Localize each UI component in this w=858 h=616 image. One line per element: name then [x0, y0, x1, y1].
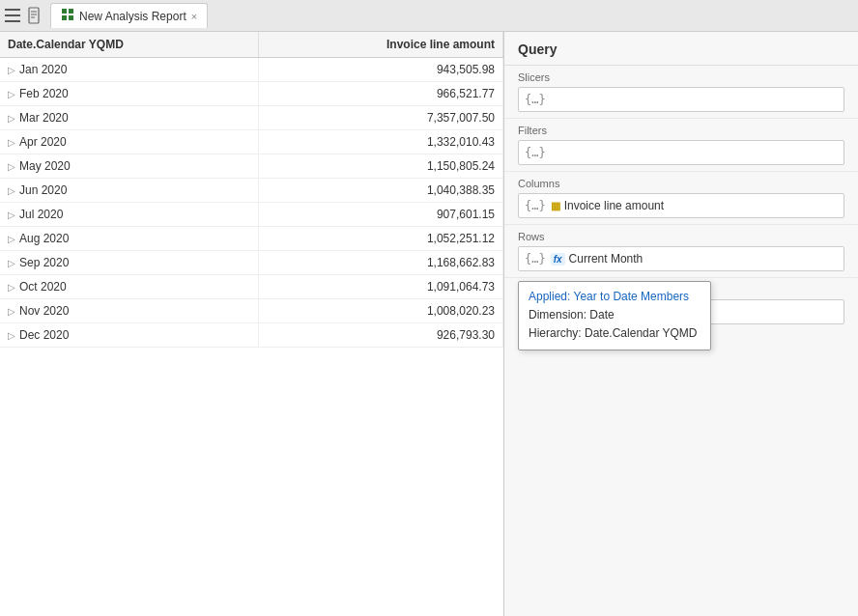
- expand-icon[interactable]: ▷: [8, 234, 15, 244]
- slicers-label: Slicers: [518, 71, 844, 83]
- fx-icon: fx: [551, 253, 565, 266]
- cell-date: ▷Aug 2020: [0, 227, 258, 251]
- columns-item: ▦ Invoice line amount: [551, 199, 664, 212]
- columns-item-label: Invoice line amount: [564, 199, 664, 212]
- table-row[interactable]: ▷Jul 2020907,601.15: [0, 203, 503, 227]
- rows-label: Rows: [518, 231, 844, 242]
- columns-bracket: {…}: [525, 199, 546, 212]
- rows-item: fx Current Month: [551, 252, 644, 266]
- svg-rect-2: [5, 20, 20, 22]
- table-row[interactable]: ▷Oct 20201,091,064.73: [0, 275, 503, 299]
- table-row[interactable]: ▷Mar 20207,357,007.50: [0, 106, 503, 130]
- expand-icon[interactable]: ▷: [8, 137, 15, 148]
- cell-date: ▷Dec 2020: [0, 323, 258, 348]
- cell-amount: 943,505.98: [258, 58, 502, 82]
- tooltip-popup: Applied: Year to Date Members Dimension:…: [518, 281, 711, 350]
- cell-date: ▷Jun 2020: [0, 179, 258, 203]
- table-row[interactable]: ▷Jan 2020943,505.98: [0, 58, 503, 82]
- rows-bracket: {…}: [525, 252, 546, 266]
- filters-section: Filters {…}: [504, 119, 858, 172]
- cell-amount: 1,150,805.24: [258, 154, 502, 179]
- file-icon: [27, 7, 44, 24]
- cell-amount: 966,521.77: [258, 82, 502, 106]
- cell-amount: 1,052,251.12: [258, 227, 502, 251]
- cell-date: ▷Apr 2020: [0, 130, 258, 154]
- cell-date: ▷Jan 2020: [0, 58, 258, 82]
- main-layout: Date.Calendar YQMD Invoice line amount ▷…: [0, 32, 858, 616]
- columns-label: Columns: [518, 178, 844, 189]
- cell-amount: 1,091,064.73: [258, 275, 502, 299]
- tab-label: New Analysis Report: [79, 10, 186, 23]
- tooltip-line-2: Dimension: Date: [529, 306, 701, 324]
- title-bar: New Analysis Report ×: [0, 0, 858, 32]
- right-panel: Query Slicers {…} Filters {…} Columns {……: [504, 32, 858, 616]
- rows-slot[interactable]: {…} fx Current Month: [518, 246, 844, 271]
- query-header: Query: [504, 32, 858, 66]
- cell-amount: 1,332,010.43: [258, 130, 502, 154]
- svg-rect-8: [69, 9, 73, 14]
- expand-icon[interactable]: ▷: [8, 258, 15, 268]
- tab-grid-icon: [61, 8, 74, 24]
- report-tab[interactable]: New Analysis Report ×: [50, 3, 208, 28]
- tooltip-line-1: Applied: Year to Date Members: [529, 288, 701, 306]
- table-row[interactable]: ▷Aug 20201,052,251.12: [0, 227, 503, 251]
- cell-date: ▷Nov 2020: [0, 299, 258, 323]
- expand-icon[interactable]: ▷: [8, 161, 15, 172]
- table-row[interactable]: ▷Sep 20201,168,662.83: [0, 251, 503, 275]
- columns-section: Columns {…} ▦ Invoice line amount: [504, 172, 858, 225]
- cell-date: ▷Sep 2020: [0, 251, 258, 275]
- menu-icon[interactable]: [4, 7, 21, 24]
- cell-amount: 7,357,007.50: [258, 106, 502, 130]
- table-scroll[interactable]: Date.Calendar YQMD Invoice line amount ▷…: [0, 32, 503, 616]
- rows-section: Rows {…} fx Current Month: [504, 225, 858, 278]
- data-table: Date.Calendar YQMD Invoice line amount ▷…: [0, 32, 503, 348]
- cell-date: ▷May 2020: [0, 154, 258, 179]
- cell-date: ▷Feb 2020: [0, 82, 258, 106]
- left-panel: Date.Calendar YQMD Invoice line amount ▷…: [0, 32, 504, 616]
- expand-icon[interactable]: ▷: [8, 113, 15, 124]
- rows-item-label: Current Month: [569, 252, 644, 266]
- slicers-section: Slicers {…}: [504, 66, 858, 119]
- filters-bracket: {…}: [525, 146, 546, 159]
- table-row[interactable]: ▷Nov 20201,008,020.23: [0, 299, 503, 323]
- slicers-slot[interactable]: {…}: [518, 87, 844, 112]
- columns-slot[interactable]: {…} ▦ Invoice line amount: [518, 193, 844, 218]
- cell-date: ▷Oct 2020: [0, 275, 258, 299]
- expand-icon[interactable]: ▷: [8, 185, 15, 196]
- expand-icon[interactable]: ▷: [8, 282, 15, 293]
- tooltip-line-3: Hierarchy: Date.Calendar YQMD: [529, 324, 701, 343]
- tab-close-icon[interactable]: ×: [191, 11, 197, 22]
- expand-icon[interactable]: ▷: [8, 306, 15, 317]
- measure-icon: ▦: [551, 200, 560, 212]
- table-row[interactable]: ▷May 20201,150,805.24: [0, 154, 503, 179]
- filters-label: Filters: [518, 125, 844, 136]
- cell-date: ▷Mar 2020: [0, 106, 258, 130]
- svg-rect-1: [5, 14, 20, 16]
- col-header-amount: Invoice line amount: [258, 32, 502, 58]
- expand-icon[interactable]: ▷: [8, 210, 15, 220]
- svg-rect-3: [29, 8, 39, 23]
- svg-rect-0: [5, 9, 20, 11]
- svg-rect-9: [62, 15, 67, 20]
- filters-slot[interactable]: {…}: [518, 140, 844, 165]
- cell-date: ▷Jul 2020: [0, 203, 258, 227]
- expand-icon[interactable]: ▷: [8, 65, 15, 75]
- svg-rect-7: [62, 9, 67, 14]
- cell-amount: 1,168,662.83: [258, 251, 502, 275]
- cell-amount: 1,040,388.35: [258, 179, 502, 203]
- expand-icon[interactable]: ▷: [8, 330, 15, 341]
- cell-amount: 926,793.30: [258, 323, 502, 348]
- expand-icon[interactable]: ▷: [8, 89, 15, 99]
- table-row[interactable]: ▷Feb 2020966,521.77: [0, 82, 503, 106]
- cell-amount: 1,008,020.23: [258, 299, 502, 323]
- table-row[interactable]: ▷Apr 20201,332,010.43: [0, 130, 503, 154]
- slicers-bracket: {…}: [525, 93, 546, 106]
- svg-rect-10: [69, 15, 73, 20]
- cell-amount: 907,601.15: [258, 203, 502, 227]
- col-header-date: Date.Calendar YQMD: [0, 32, 258, 58]
- table-row[interactable]: ▷Dec 2020926,793.30: [0, 323, 503, 348]
- table-row[interactable]: ▷Jun 20201,040,388.35: [0, 179, 503, 203]
